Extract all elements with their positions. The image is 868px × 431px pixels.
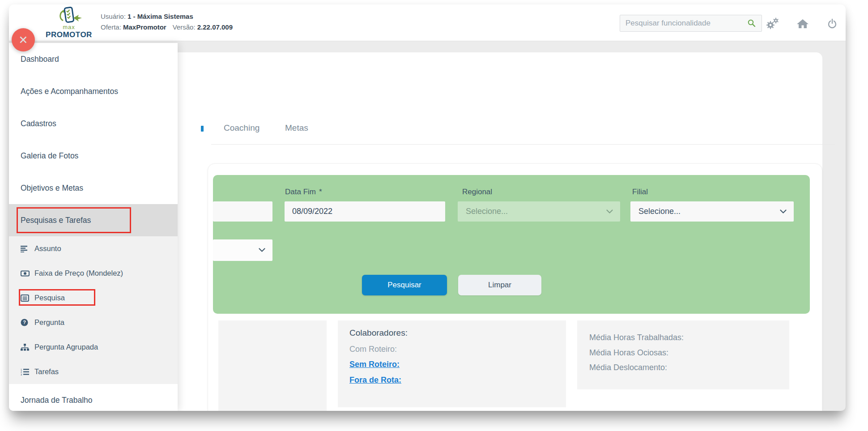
filial-value: Selecione... xyxy=(638,207,681,216)
sem-roteiro-link[interactable]: Sem Roteiro: xyxy=(349,360,400,369)
chevron-down-icon xyxy=(259,248,265,252)
close-icon: ✕ xyxy=(19,34,28,47)
tab-metas[interactable]: Metas xyxy=(285,123,308,133)
user-value: 1 - Máxima Sistemas xyxy=(128,13,193,20)
logo-max-text: max xyxy=(41,24,97,30)
maxpromotor-logo: max PROMOTOR xyxy=(41,6,97,38)
sidebar-item-cadastros[interactable]: Cadastros xyxy=(9,107,178,140)
summary-card-colaboradores: Colaboradores: Com Roteiro: Sem Roteiro:… xyxy=(338,320,566,407)
chevron-down-icon xyxy=(606,209,613,214)
app-window: max PROMOTOR Usuário: 1 - Máxima Sistema… xyxy=(9,4,846,411)
money-bill-icon xyxy=(21,270,30,277)
settings-gears-icon[interactable] xyxy=(764,16,780,32)
fora-de-rota-link[interactable]: Fora de Rota: xyxy=(349,376,401,385)
list-alt-icon xyxy=(21,294,30,302)
filial-label: Filial xyxy=(632,188,648,196)
sidebar-item-galeria-de-fotos[interactable]: Galeria de Fotos xyxy=(9,140,178,172)
tab-divider xyxy=(211,144,835,145)
media-horas-ociosas-label: Média Horas Ociosas: xyxy=(589,348,668,358)
functionality-search xyxy=(620,15,762,32)
submenu-item-tarefas[interactable]: 1 2 3 Tarefas xyxy=(9,359,178,384)
com-roteiro-label: Com Roteiro: xyxy=(349,345,397,354)
regional-label: Regional xyxy=(462,188,492,196)
submenu-item-assunto[interactable]: Assunto xyxy=(9,236,178,261)
sidebar-item-dashboard[interactable]: Dashboard xyxy=(9,43,178,75)
align-left-icon xyxy=(21,245,30,252)
limpar-button[interactable]: Limpar xyxy=(458,275,541,295)
submenu-item-pergunta-agrupada[interactable]: Pergunta Agrupada xyxy=(9,335,178,359)
power-icon[interactable] xyxy=(824,16,840,32)
submenu-item-pergunta[interactable]: ? Pergunta xyxy=(9,310,178,335)
chevron-down-icon xyxy=(780,209,787,214)
pesquisas-e-tarefas-submenu: Assunto Faixa de Preço (Mondelez) xyxy=(9,236,178,384)
tab-coaching[interactable]: Coaching xyxy=(224,123,260,133)
submenu-item-faixa-de-preco[interactable]: Faixa de Preço (Mondelez) xyxy=(9,261,178,286)
media-horas-trabalhadas-label: Média Horas Trabalhadas: xyxy=(589,333,684,342)
filial-select[interactable]: Selecione... xyxy=(630,201,794,222)
second-row-select-partial[interactable] xyxy=(213,239,272,261)
sidebar-item-jornada-de-trabalho[interactable]: Jornada de Trabalho xyxy=(9,384,178,411)
summary-card-medias: Média Horas Trabalhadas: Média Horas Oci… xyxy=(577,320,789,389)
sidebar-item-acoes-e-acompanhamentos[interactable]: Ações e Acompanhamentos xyxy=(9,75,178,107)
sitemap-icon xyxy=(21,344,30,351)
search-input[interactable] xyxy=(625,19,747,28)
data-fim-label: Data Fim* xyxy=(285,188,322,196)
user-info: Usuário: 1 - Máxima Sistemas Oferta: Max… xyxy=(101,11,233,33)
sidebar-item-objetivos-e-metas[interactable]: Objetivos e Metas xyxy=(9,172,178,204)
active-tab-fragment[interactable] xyxy=(201,126,204,132)
data-inicio-field-partial[interactable] xyxy=(213,201,272,222)
submenu-item-pesquisa[interactable]: Pesquisa xyxy=(9,286,178,310)
search-icon[interactable] xyxy=(747,19,756,28)
colaboradores-title: Colaboradores: xyxy=(349,328,408,338)
list-ol-icon: 1 2 3 xyxy=(21,368,30,376)
data-fim-field xyxy=(285,201,445,222)
sidebar-menu: Dashboard Ações e Acompanhamentos Cadast… xyxy=(9,43,178,411)
close-menu-button[interactable]: ✕ xyxy=(12,28,35,51)
logo-promotor-text: PROMOTOR xyxy=(41,31,97,38)
media-deslocamento-label: Média Deslocamento: xyxy=(589,363,667,372)
logo-phone-icon xyxy=(55,6,83,25)
offer-value: MaxPromotor xyxy=(123,23,166,31)
version-value: 2.22.07.009 xyxy=(197,23,233,31)
regional-select[interactable]: Selecione... xyxy=(458,201,620,222)
data-fim-input[interactable] xyxy=(285,201,445,222)
svg-text:?: ? xyxy=(23,320,26,325)
user-line: Usuário: 1 - Máxima Sistemas xyxy=(101,11,233,22)
question-circle-icon: ? xyxy=(21,319,30,326)
offer-line: Oferta: MaxPromotorVersão: 2.22.07.009 xyxy=(101,22,233,33)
pesquisar-button[interactable]: Pesquisar xyxy=(362,275,447,295)
sidebar-item-pesquisas-e-tarefas[interactable]: Pesquisas e Tarefas xyxy=(9,204,178,236)
required-mark: * xyxy=(319,188,322,196)
home-icon[interactable] xyxy=(795,16,811,32)
svg-text:3: 3 xyxy=(21,373,22,375)
header: max PROMOTOR Usuário: 1 - Máxima Sistema… xyxy=(9,4,846,41)
regional-value: Selecione... xyxy=(466,207,508,216)
page: max PROMOTOR Usuário: 1 - Máxima Sistema… xyxy=(0,0,868,431)
summary-card-left xyxy=(218,320,327,411)
